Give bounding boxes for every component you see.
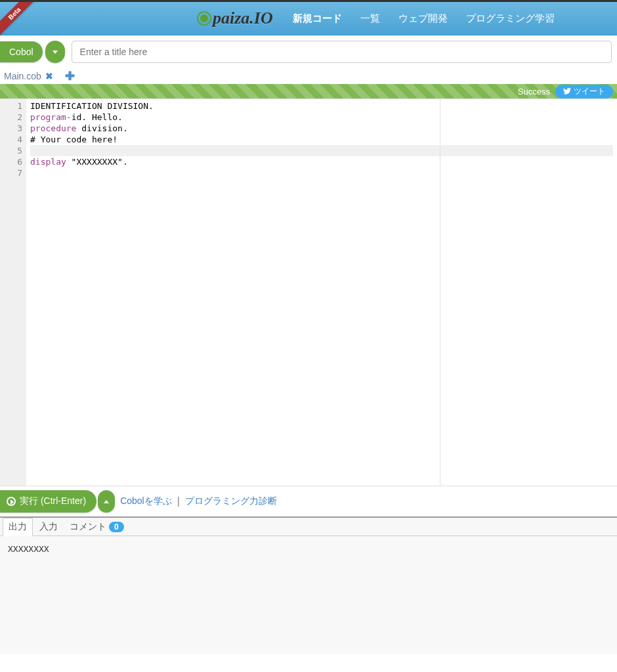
line-number: 7 <box>0 167 22 178</box>
output-tabs: 出力 入力 コメント 0 <box>0 516 617 536</box>
run-button[interactable]: 実行 (Ctrl-Enter) <box>0 490 96 513</box>
run-label: 実行 (Ctrl-Enter) <box>20 495 86 507</box>
diagnosis-link[interactable]: プログラミング力診断 <box>185 495 277 507</box>
code-editor[interactable]: 1 2 3 4 5 6 7 IDENTIFICATION DIVISION. p… <box>0 98 617 486</box>
code-line: display "XXXXXXXX". <box>30 156 613 167</box>
logo[interactable]: paiza.IO <box>197 9 273 28</box>
line-number: 2 <box>0 112 22 123</box>
language-button[interactable]: Cobol <box>0 41 43 62</box>
nav-learning[interactable]: プログラミング学習 <box>466 12 555 25</box>
tab-input[interactable]: 入力 <box>34 518 63 536</box>
keyword: display <box>30 157 66 167</box>
line-gutter: 1 2 3 4 5 6 7 <box>0 99 26 486</box>
status-text: Success <box>518 87 550 96</box>
top-navbar: Beta paiza.IO 新規コード 一覧 ウェブ開発 プログラミング学習 <box>0 0 617 35</box>
toolbar: Cobol <box>0 35 617 68</box>
ruler-line <box>440 99 440 486</box>
code-line: procedure division. <box>30 123 613 134</box>
nav-links: 新規コード 一覧 ウェブ開発 プログラミング学習 <box>293 12 555 25</box>
nav-list[interactable]: 一覧 <box>360 12 380 25</box>
add-tab-icon[interactable]: ✚ <box>65 69 75 83</box>
learn-link[interactable]: Cobolを学ぶ <box>120 495 172 507</box>
nav-web-dev[interactable]: ウェブ開発 <box>398 12 448 25</box>
beta-ribbon-label: Beta <box>0 2 37 35</box>
language-dropdown[interactable] <box>45 41 65 63</box>
keyword: program- <box>30 112 72 122</box>
beta-ribbon: Beta <box>0 2 39 41</box>
logo-text: paiza.IO <box>213 9 273 28</box>
logo-icon <box>197 11 211 26</box>
output-area: XXXXXXXX <box>0 536 617 654</box>
line-number: 3 <box>0 123 22 134</box>
tab-comment-label: コメント <box>70 521 106 532</box>
code-line: IDENTIFICATION DIVISION. <box>30 100 613 112</box>
chevron-up-icon <box>104 500 109 503</box>
code-area[interactable]: IDENTIFICATION DIVISION. program-id. Hel… <box>26 99 617 486</box>
code-line-active <box>30 145 613 156</box>
twitter-icon <box>563 88 571 94</box>
separator: | <box>177 495 180 507</box>
title-input[interactable] <box>72 41 612 63</box>
keyword: procedure <box>30 123 76 133</box>
comment-count-badge: 0 <box>109 522 124 532</box>
chevron-down-icon <box>53 51 58 54</box>
tab-output[interactable]: 出力 <box>3 518 33 536</box>
output-text: XXXXXXXX <box>8 544 609 554</box>
nav-new-code[interactable]: 新規コード <box>293 12 342 25</box>
code-line: program-id. Hello. <box>30 112 613 123</box>
line-number: 1 <box>0 100 22 112</box>
status-bar: Success ツイート <box>0 84 617 98</box>
language-label: Cobol <box>9 47 33 57</box>
code-line <box>30 167 613 178</box>
tweet-label: ツイート <box>574 86 605 97</box>
run-bar: 実行 (Ctrl-Enter) Cobolを学ぶ | プログラミング力診断 <box>0 486 617 516</box>
tweet-button[interactable]: ツイート <box>555 85 613 98</box>
tab-comment[interactable]: コメント 0 <box>64 518 129 536</box>
file-tab[interactable]: Main.cob ✖ <box>4 71 53 81</box>
play-icon <box>7 497 16 506</box>
file-tabs: Main.cob ✖ ✚ <box>0 68 617 84</box>
close-icon[interactable]: ✖ <box>45 71 53 81</box>
line-number: 4 <box>0 134 22 145</box>
line-number: 6 <box>0 156 22 167</box>
run-dropdown[interactable] <box>98 490 115 513</box>
line-number: 5 <box>0 145 22 156</box>
code-line: # Your code here! <box>30 134 613 145</box>
file-tab-label: Main.cob <box>4 71 41 81</box>
